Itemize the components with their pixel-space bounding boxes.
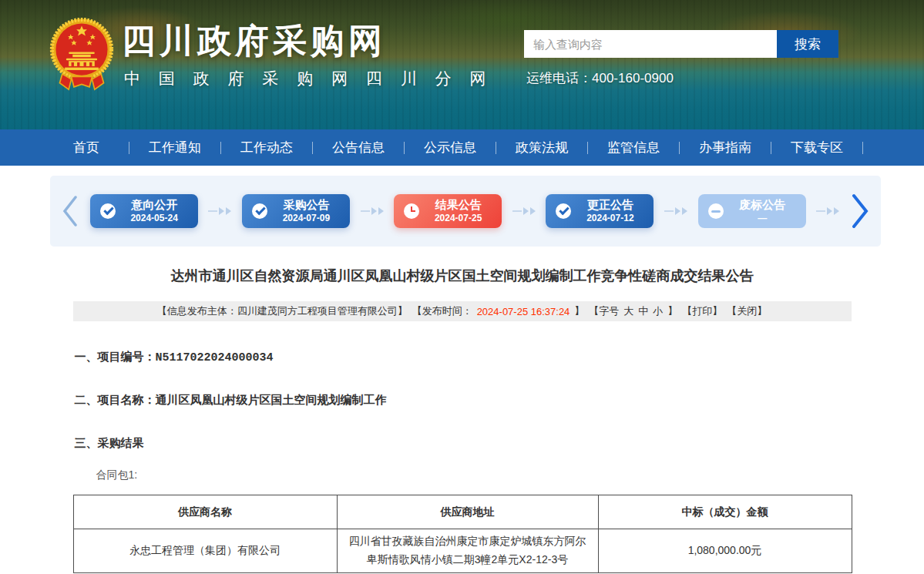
nav-item-announcements[interactable]: 公告信息 — [313, 139, 404, 156]
nav-item-policies[interactable]: 政策法规 — [496, 139, 587, 156]
timeline-next-icon[interactable] — [850, 193, 870, 230]
china-national-emblem-icon — [49, 15, 114, 100]
section-project-number: 一、项目编号：N5117022024000034 — [73, 350, 852, 364]
check-circle-icon — [100, 203, 116, 219]
site-banner: 四川政府采购网 中 国 政 府 采 购 网 四 川 分 网 搜索 运维电话：40… — [0, 0, 924, 129]
timeline-prev-icon[interactable] — [61, 194, 79, 228]
print-button[interactable]: 【打印】 — [682, 304, 722, 318]
site-subtitle: 中 国 政 府 采 购 网 四 川 分 网 — [124, 68, 492, 89]
project-number-value: N5117022024000034 — [156, 351, 274, 364]
timeline-stage-correction[interactable]: 更正公告 2024-07-12 — [546, 194, 654, 228]
col-supplier-name: 供应商名称 — [73, 495, 337, 529]
nav-item-downloads[interactable]: 下载专区 — [771, 139, 862, 156]
flow-arrow-icon — [361, 207, 384, 215]
project-name-value: 通川区凤凰山村级片区国土空间规划编制工作 — [156, 393, 387, 406]
col-supplier-address: 供应商地址 — [337, 495, 598, 529]
nav-item-home[interactable]: 首页 — [73, 139, 129, 156]
section-project-name: 二、项目名称：通川区凤凰山村级片区国土空间规划编制工作 — [73, 393, 852, 408]
page-title: 达州市通川区自然资源局通川区凤凰山村级片区国土空间规划编制工作竞争性磋商成交结果… — [73, 267, 852, 285]
flow-arrow-icon — [664, 207, 687, 215]
font-size-suffix: 】 — [667, 304, 677, 318]
table-row: 永忠工程管理（集团）有限公司 四川省甘孜藏族自治州康定市康定炉城镇东方阿尔卑斯情… — [73, 529, 852, 573]
timeline-stage-cancelled[interactable]: 废标公告 — — [698, 194, 806, 228]
table-header-row: 供应商名称 供应商地址 中标（成交）金额 — [73, 495, 852, 529]
nav-item-publicity[interactable]: 公示信息 — [405, 139, 496, 156]
main-nav: 首页 工作通知 工作动态 公告信息 公示信息 政策法规 监管信息 办事指南 下载… — [0, 129, 924, 166]
flow-arrow-icon — [512, 207, 536, 215]
supplier-address-cell: 四川省甘孜藏族自治州康定市康定炉城镇东方阿尔卑斯情歌风情小镇二期3幢2单元X2-… — [337, 529, 598, 573]
flow-arrow-icon — [816, 207, 839, 215]
clock-icon — [404, 203, 419, 219]
font-size-medium-button[interactable]: 中 — [638, 304, 648, 318]
nav-separator — [862, 142, 863, 154]
award-amount-cell: 1,080,000.00元 — [598, 529, 852, 573]
timeline-stage-intent[interactable]: 意向公开 2024-05-24 — [90, 194, 198, 228]
publisher-text: 【信息发布主体：四川建茂同方工程项目管理有限公司】 — [157, 304, 408, 318]
timeline-stage-result[interactable]: 结果公告 2024-07-25 — [394, 194, 502, 228]
contract-package-label: 合同包1: — [96, 468, 852, 482]
nav-item-work-notice[interactable]: 工作通知 — [129, 139, 220, 156]
search-bar: 搜索 — [524, 30, 838, 58]
font-size-label: 【字号 — [589, 304, 619, 318]
timeline-flow: 意向公开 2024-05-24 采购公告 2024-07-09 结果公告 202… — [79, 194, 850, 228]
page: 四川政府采购网 中 国 政 府 采 购 网 四 川 分 网 搜索 运维电话：40… — [0, 0, 924, 574]
article-meta-bar: 【信息发布主体：四川建茂同方工程项目管理有限公司】 【发布时间： 2024-07… — [73, 301, 852, 321]
nav-item-guide[interactable]: 办事指南 — [680, 139, 771, 156]
col-award-amount: 中标（成交）金额 — [598, 495, 852, 529]
section-procurement-result: 三、采购结果 — [73, 436, 852, 451]
hotline-text: 运维电话：400-160-0900 — [526, 69, 674, 87]
nav-item-supervision[interactable]: 监管信息 — [588, 139, 679, 156]
publish-time-value: 2024-07-25 16:37:24 — [477, 306, 570, 317]
check-circle-icon — [252, 203, 267, 219]
nav-item-work-news[interactable]: 工作动态 — [221, 139, 312, 156]
check-circle-icon — [556, 203, 571, 219]
minus-circle-icon — [708, 203, 724, 219]
search-button[interactable]: 搜索 — [777, 30, 838, 58]
result-table: 供应商名称 供应商地址 中标（成交）金额 永忠工程管理（集团）有限公司 四川省甘… — [73, 495, 852, 573]
font-size-small-button[interactable]: 小 — [653, 304, 663, 318]
supplier-name-cell: 永忠工程管理（集团）有限公司 — [73, 529, 337, 573]
font-size-large-button[interactable]: 大 — [623, 304, 633, 318]
timeline-stage-procurement[interactable]: 采购公告 2024-07-09 — [242, 194, 350, 228]
announcement-article: 达州市通川区自然资源局通川区凤凰山村级片区国土空间规划编制工作竞争性磋商成交结果… — [73, 267, 852, 573]
flow-arrow-icon — [208, 207, 231, 215]
publish-time-suffix: 】 — [574, 304, 584, 318]
search-input[interactable] — [524, 30, 777, 58]
close-button[interactable]: 【关闭】 — [727, 304, 767, 318]
procurement-timeline: 意向公开 2024-05-24 采购公告 2024-07-09 结果公告 202… — [50, 176, 881, 247]
publish-time-label: 【发布时间： — [412, 304, 472, 318]
site-title: 四川政府采购网 — [122, 18, 386, 64]
